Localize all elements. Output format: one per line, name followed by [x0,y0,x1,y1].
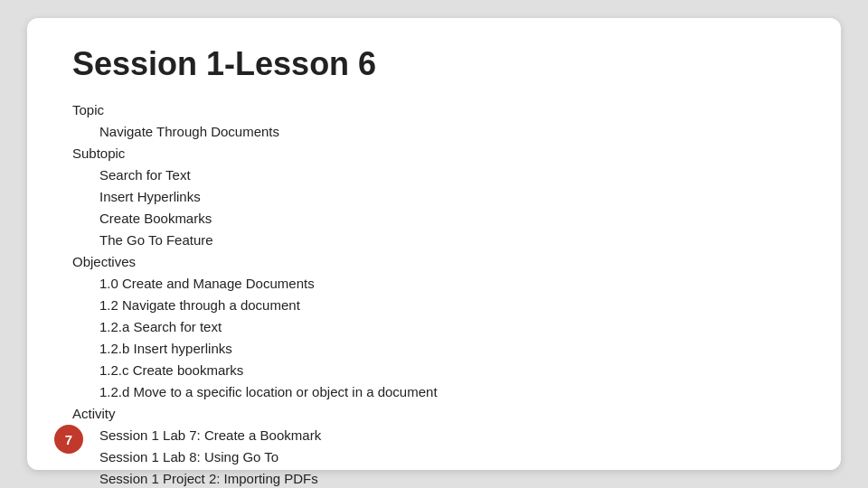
topic-label: Topic [72,99,796,121]
subtopic-item-1: Search for Text [99,164,796,186]
activity-item-3: Session 1 Project 2: Importing PDFs [99,468,796,488]
page-number: 7 [54,425,83,454]
subtopic-item-2: Insert Hyperlinks [99,186,796,208]
objectives-label: Objectives [72,251,796,273]
activity-item-2: Session 1 Lab 8: Using Go To [99,446,796,468]
activity-item-1: Session 1 Lab 7: Create a Bookmark [99,425,796,446]
topic-items: Navigate Through Documents [72,121,796,143]
subtopic-label: Subtopic [72,143,796,164]
slide: Session 1-Lesson 6 Topic Navigate Throug… [27,18,841,470]
subtopic-item-4: The Go To Feature [99,230,796,251]
objectives-items: 1.0 Create and Manage Documents 1.2 Navi… [72,273,796,403]
activity-label: Activity [72,403,796,425]
objective-item-5: 1.2.c Create bookmarks [99,360,796,381]
objective-item-3: 1.2.a Search for text [99,316,796,338]
objective-item-2: 1.2 Navigate through a document [99,295,796,316]
subtopic-item-3: Create Bookmarks [99,208,796,230]
activity-items: Session 1 Lab 7: Create a Bookmark Sessi… [72,425,796,488]
content-area: Topic Navigate Through Documents Subtopi… [72,99,796,488]
subtopic-items: Search for Text Insert Hyperlinks Create… [72,164,796,251]
slide-title: Session 1-Lesson 6 [72,45,796,83]
objective-item-1: 1.0 Create and Manage Documents [99,273,796,295]
objective-item-4: 1.2.b Insert hyperlinks [99,338,796,360]
topic-item-1: Navigate Through Documents [99,121,796,143]
objective-item-6: 1.2.d Move to a specific location or obj… [99,381,796,403]
